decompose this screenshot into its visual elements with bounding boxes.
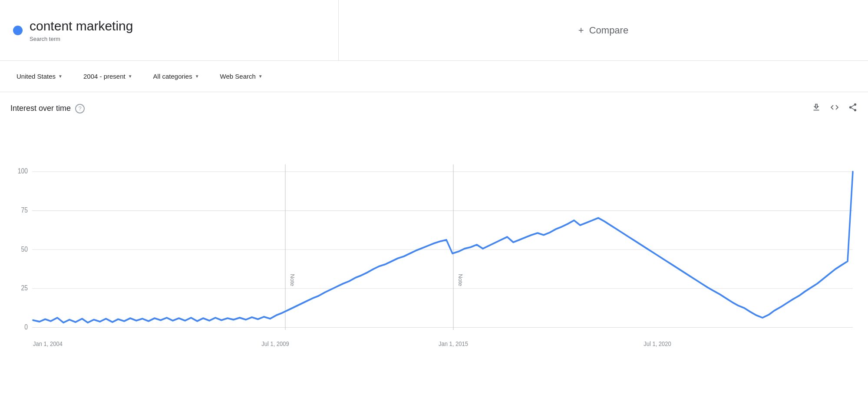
region-label: United States (17, 73, 56, 80)
region-arrow-icon: ▼ (58, 74, 63, 79)
time-arrow-icon: ▼ (128, 74, 132, 79)
chart-section: Interest over time ? (0, 92, 868, 366)
header-section: content marketing Search term + Compare (0, 0, 868, 61)
chart-actions (812, 103, 858, 114)
svg-text:Jan 1, 2015: Jan 1, 2015 (439, 340, 468, 347)
download-icon[interactable] (812, 103, 821, 114)
svg-text:Jul 1, 2009: Jul 1, 2009 (261, 340, 289, 347)
help-icon[interactable]: ? (75, 104, 85, 113)
compare-label: Compare (589, 25, 628, 36)
search-term-label: content marketing (30, 18, 133, 34)
chart-title-group: Interest over time ? (10, 104, 85, 113)
search-term-dot (13, 26, 23, 35)
trend-chart-overlay: 0 25 50 75 100 Note Note Jan 1, 2004 Jul… (10, 123, 858, 366)
region-filter[interactable]: United States ▼ (10, 69, 69, 83)
embed-icon[interactable] (830, 103, 839, 114)
category-label: All categories (153, 73, 192, 80)
chart-title: Interest over time (10, 104, 71, 113)
svg-text:Jan 1, 2004: Jan 1, 2004 (33, 340, 63, 347)
category-arrow-icon: ▼ (195, 74, 199, 79)
compare-button[interactable]: + Compare (339, 0, 868, 60)
chart-header: Interest over time ? (10, 103, 858, 114)
svg-text:100: 100 (18, 168, 28, 175)
time-filter[interactable]: 2004 - present ▼ (77, 69, 139, 83)
svg-text:50: 50 (21, 246, 28, 253)
search-type-label: Web Search (220, 73, 256, 80)
chart-container: 0 25 50 75 100 Note Note Jan 1, 2004 Jul… (10, 123, 858, 366)
time-label: 2004 - present (83, 73, 125, 80)
search-term-sublabel: Search term (30, 36, 133, 42)
svg-text:Note: Note (289, 274, 295, 286)
share-icon[interactable] (848, 103, 858, 114)
search-term-text: content marketing Search term (30, 18, 133, 42)
search-type-filter[interactable]: Web Search ▼ (214, 69, 269, 83)
search-type-arrow-icon: ▼ (258, 74, 263, 79)
svg-text:Note: Note (457, 274, 463, 286)
category-filter[interactable]: All categories ▼ (147, 69, 205, 83)
filter-bar: United States ▼ 2004 - present ▼ All cat… (0, 61, 868, 92)
svg-text:Jul 1, 2020: Jul 1, 2020 (644, 340, 671, 347)
svg-text:0: 0 (24, 323, 28, 331)
svg-rect-19 (10, 123, 858, 366)
compare-plus-icon: + (578, 25, 584, 36)
svg-text:25: 25 (21, 285, 28, 292)
svg-text:75: 75 (21, 206, 28, 214)
search-term-box: content marketing Search term (0, 0, 339, 60)
